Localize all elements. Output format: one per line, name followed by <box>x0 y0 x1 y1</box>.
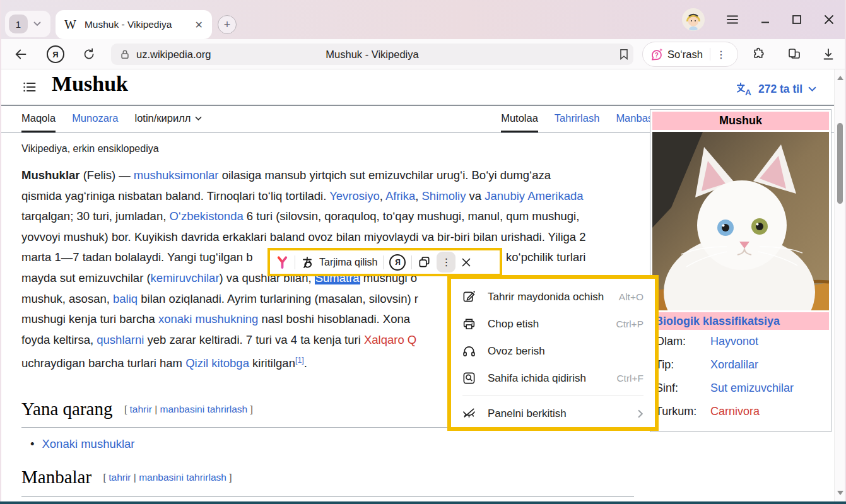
text-segment: . <box>304 356 307 370</box>
selection-toolbar: Tarjima qilish Я ⋮ <box>267 248 502 276</box>
link[interactable]: Xordalilar <box>710 358 758 372</box>
link[interactable]: xonaki mushukning <box>158 312 258 325</box>
text-segment: yeb zarar keltiradi. 7 turi va 4 ta kenj… <box>144 333 364 346</box>
link[interactable]: Shimoliy <box>422 189 466 202</box>
link[interactable]: manbasini tahrirlash <box>160 404 247 414</box>
menu-item-label: Chop etish <box>488 318 616 331</box>
menu-item-label: Tahrir maydonida ochish <box>488 291 619 303</box>
yandex-search-button[interactable]: Я <box>45 39 66 69</box>
tab-group-counter[interactable]: 1 <box>5 11 50 37</box>
section-manbalar: Manbalar [ tahrir | manbasini tahrirlash… <box>21 467 232 488</box>
extensions-icon[interactable] <box>749 39 768 69</box>
link[interactable]: baliq <box>113 292 138 305</box>
tab-mutolaa[interactable]: Mutolaa <box>501 106 538 132</box>
profile-avatar[interactable] <box>682 8 705 31</box>
scroll-up-arrow[interactable] <box>837 76 843 80</box>
language-count-label: 272 ta til <box>758 83 802 96</box>
section-yana-qarang: Yana qarang [ tahrir | manbasini tahrirl… <box>21 399 253 419</box>
svg-text:?: ? <box>655 51 659 58</box>
section-edit-links: [ tahrir | manbasini tahrirlash ] <box>103 472 232 483</box>
translate-button[interactable]: Tarjima qilish <box>319 257 377 268</box>
tab-maqola[interactable]: Maqola <box>21 106 56 132</box>
bookmark-icon[interactable] <box>614 39 633 69</box>
chevron-right-icon <box>638 409 643 418</box>
menu-item-find-in-page[interactable]: Sahifa ichida qidirish Ctrl+F <box>451 365 655 392</box>
tab-count-badge: 1 <box>9 15 28 33</box>
text-segment: , <box>380 189 385 202</box>
cat-photo <box>652 132 829 310</box>
tab-script-switcher[interactable]: lotin/кирилл <box>135 106 203 132</box>
link[interactable]: [1] <box>295 356 304 365</box>
link[interactable]: O‘zbekistonda <box>169 209 243 223</box>
text-segment: (Felis) — <box>80 168 134 182</box>
paragraph-line: tarqalgan; 30 turi, jumladan, O‘zbekisto… <box>21 206 647 227</box>
yandex-search-icon[interactable]: Я <box>389 254 406 271</box>
address-page-title: Mushuk - Vikipediya <box>111 44 633 65</box>
text-segment: mayda sut emizuvchilar ( <box>21 271 151 284</box>
section-edit-links: [ tahrir | manbasini tahrirlash ] <box>124 404 253 414</box>
chevron-down-icon <box>808 86 816 92</box>
link[interactable]: Yevrosiyo <box>329 189 380 202</box>
menu-item-read-aloud[interactable]: Ovoz berish <box>451 337 655 365</box>
link[interactable]: Qizil kitobga <box>185 356 249 370</box>
link[interactable]: mushuksimonlar <box>134 168 219 182</box>
link[interactable]: Janubiy Amerikada <box>485 189 583 202</box>
text-segment: kiritilgan <box>249 356 295 370</box>
link[interactable]: Xalqaro Q <box>364 333 416 346</box>
close-icon[interactable] <box>461 257 471 267</box>
link[interactable]: tahrir <box>130 404 152 414</box>
text-segment: oilasiga mansub yirtqich sut emizuvchila… <box>219 168 551 182</box>
link[interactable]: tahrir <box>109 472 131 483</box>
minimize-button[interactable] <box>760 15 770 25</box>
maximize-button[interactable] <box>792 15 802 25</box>
text-segment: ko‘pchilik turlari <box>506 247 585 268</box>
menu-item-open-in-editor[interactable]: Tahrir maydonida ochish Alt+O <box>451 283 655 310</box>
link[interactable]: Hayvonot <box>710 335 758 348</box>
browser-menu-icon[interactable] <box>726 15 739 25</box>
language-icon: A <box>736 81 753 97</box>
chevron-down-icon[interactable] <box>33 21 41 26</box>
more-dots-icon[interactable]: ⋮ <box>437 252 455 273</box>
selection-context-menu: Tahrir maydonida ochish Alt+O Chop etish… <box>447 275 659 431</box>
link[interactable]: manbasini tahrirlash <box>139 472 226 483</box>
infobox-row: Tip: Xordalilar <box>652 353 829 377</box>
ask-label: So‘rash <box>667 49 703 61</box>
menu-item-print[interactable]: Chop etish Ctrl+P <box>451 310 655 337</box>
scrollbar-thumb[interactable] <box>837 123 843 204</box>
language-selector-button[interactable]: A 272 ta til <box>736 78 816 100</box>
ask-ai-button[interactable]: ? So‘rash ⋮ <box>642 42 738 67</box>
list-item: •Xonaki mushuklar <box>30 437 135 451</box>
scroll-down-arrow[interactable] <box>837 491 843 495</box>
active-browser-tab[interactable]: W Mushuk - Vikipediya ✕ <box>56 10 212 39</box>
tab-close-icon[interactable]: ✕ <box>195 19 203 31</box>
hiragana-a-icon <box>301 256 314 269</box>
row-label: Turkum: <box>655 405 710 418</box>
collections-icon[interactable] <box>785 39 804 69</box>
link[interactable]: Xonaki mushuklar <box>42 437 134 450</box>
link[interactable]: Afrika <box>385 189 415 202</box>
window-border <box>0 0 1 504</box>
window-close-button[interactable] <box>823 14 835 25</box>
link[interactable]: kemiruvchilar <box>151 271 220 284</box>
tab-munozara[interactable]: Munozara <box>72 106 118 132</box>
address-bar[interactable]: uz.wikipedia.org Mushuk - Vikipediya <box>111 44 633 65</box>
copy-icon[interactable] <box>418 255 431 269</box>
back-button[interactable] <box>11 39 30 69</box>
new-tab-button[interactable]: + <box>218 15 237 34</box>
tab-tahrirlash[interactable]: Tahrirlash <box>555 106 600 132</box>
row-label: Tip: <box>655 358 710 372</box>
tab-title: Mushuk - Vikipediya <box>85 19 191 30</box>
toc-button[interactable] <box>21 79 38 95</box>
link[interactable]: Carnivora <box>710 405 760 418</box>
link[interactable]: qushlarni <box>97 333 144 346</box>
reload-button[interactable] <box>79 39 98 69</box>
text-segment: Mushuklar <box>21 168 80 182</box>
ask-more-icon[interactable]: ⋮ <box>716 49 726 61</box>
text-segment: foyda keltirsa, <box>21 333 97 346</box>
text-segment: , <box>415 189 421 202</box>
downloads-icon[interactable] <box>819 39 838 69</box>
yandex-logo-icon[interactable] <box>276 255 289 269</box>
link[interactable]: Sut emizuvchilar <box>710 382 794 395</box>
page-scrollbar[interactable] <box>834 69 845 501</box>
menu-item-hide-panel[interactable]: Panelni berkitish <box>451 400 655 427</box>
